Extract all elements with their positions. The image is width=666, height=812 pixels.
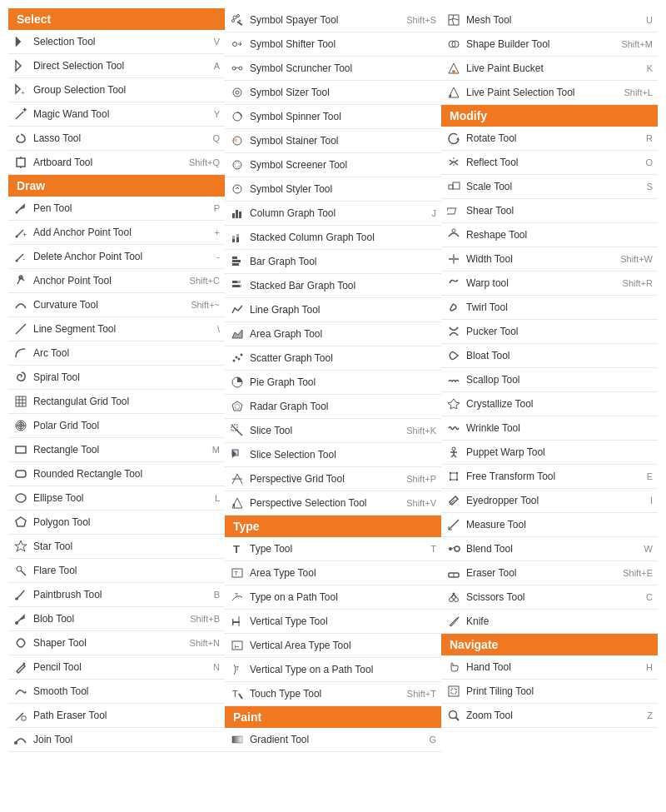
tool-item[interactable]: Gradient ToolG [225,728,441,752]
tool-name-label: Smooth Tool [33,685,220,697]
tool-item[interactable]: Symbol Shifter Tool [225,32,441,57]
tool-item[interactable]: Mesh ToolU [441,8,658,32]
tool-item[interactable]: Ellipse ToolL [8,486,225,511]
tool-item[interactable]: Blob ToolShift+B [8,607,225,631]
tool-item[interactable]: Scatter Graph Tool [225,346,441,371]
tool-item[interactable]: Hand ToolH [441,655,658,680]
tool-item[interactable]: Flare Tool [8,559,225,583]
tool-item[interactable]: Symbol Styler Tool [225,177,441,202]
tool-item[interactable]: Arc Tool [8,341,225,366]
tool-item[interactable]: Blend ToolW [441,537,658,561]
tool-item[interactable]: Wrinkle Tool [441,416,658,441]
tool-item[interactable]: TVertical Area Type Tool [225,634,441,658]
tool-item[interactable]: Column Graph ToolJ [225,202,441,226]
tool-item[interactable]: Twirl Tool [441,296,658,320]
tool-name-label: Symbol Styler Tool [250,183,436,195]
tool-item[interactable]: Crystallize Tool [441,392,658,416]
tool-item[interactable]: Knife [441,610,658,634]
tool-item[interactable]: Rectangle ToolM [8,438,225,462]
tool-item[interactable]: TArea Type Tool [225,561,441,585]
tool-item[interactable]: Area Graph Tool [225,322,441,346]
tool-item[interactable]: Bloat Tool [441,344,658,368]
tool-item[interactable]: -Delete Anchor Point Tool- [8,245,225,269]
tool-item[interactable]: Line Segment Tool\ [8,317,225,341]
tool-item[interactable]: Scale ToolS [441,175,658,199]
svg-rect-53 [239,212,241,218]
tool-item[interactable]: Slice Selection Tool [225,443,441,467]
tool-item[interactable]: Pencil ToolN [8,655,225,680]
tool-item[interactable]: Reflect ToolO [441,151,658,175]
tool-item[interactable]: Warp toolShift+R [441,271,658,296]
tool-item[interactable]: Perspective Selection ToolShift+V [225,491,441,516]
tool-item[interactable]: Lasso ToolQ [8,127,225,151]
tool-item[interactable]: Shaper ToolShift+N [8,631,225,655]
tool-item[interactable]: Width ToolShift+W [441,247,658,271]
tool-item[interactable]: Symbol Spinner Tool [225,105,441,129]
tool-item[interactable]: Measure Tool [441,513,658,537]
tool-item[interactable]: Shear Tool [441,199,658,223]
tool-item[interactable]: TType ToolT [225,537,441,561]
tool-item[interactable]: ✦Magic Wand ToolY [8,102,225,127]
tool-item[interactable]: Live Paint BucketK [441,57,658,81]
tool-item[interactable]: Artboard ToolShift+Q [8,151,225,175]
tool-item[interactable]: Eraser ToolShift+E [441,561,658,585]
tool-item[interactable]: Path Eraser Tool [8,704,225,728]
tool-item[interactable]: Rotate ToolR [441,127,658,151]
svg-point-6 [16,212,18,214]
tool-item[interactable]: TVertical Type on a Path Tool [225,658,441,682]
tool-item[interactable]: Join Tool [8,728,225,752]
tool-item[interactable]: Polygon Tool [8,511,225,535]
tool-item[interactable]: Selection ToolV [8,30,225,54]
tool-item[interactable]: Symbol Scruncher Tool [225,57,441,81]
tool-item[interactable]: Reshape Tool [441,223,658,247]
svg-rect-52 [236,210,238,218]
tool-item[interactable]: +Add Anchor Point Tool+ [8,221,225,245]
scale-icon [445,177,463,196]
tool-item[interactable]: Symbol Stainer Tool [225,129,441,153]
tool-name-label: Artboard Tool [33,157,186,168]
tool-item[interactable]: TTouch Type ToolShift+T [225,682,441,706]
tool-item[interactable]: TVertical Type Tool [225,610,441,634]
tool-item[interactable]: Scallop Tool [441,368,658,392]
tool-item[interactable]: Pie Graph Tool [225,371,441,395]
tool-item[interactable]: Bar Graph Tool [225,250,441,274]
tool-item[interactable]: Direct Selection ToolA [8,54,225,78]
tool-item[interactable]: Stacked Column Graph Tool [225,226,441,250]
tool-item[interactable]: Live Paint Selection ToolShift+L [441,81,658,105]
tool-item[interactable]: Radar Graph Tool [225,395,441,419]
tool-item[interactable]: Puppet Warp Tool [441,441,658,465]
vert-type-path-icon: T [228,660,246,679]
tool-item[interactable]: Symbol Sizer Tool [225,81,441,105]
tool-item[interactable]: Rounded Rectangle Tool [8,462,225,486]
tool-name-label: Reshape Tool [466,229,653,241]
tool-item[interactable]: Pen ToolP [8,197,225,221]
tool-item[interactable]: Stacked Bar Graph Tool [225,274,441,298]
tool-item[interactable]: Smooth Tool [8,680,225,704]
tool-item[interactable]: Free Transform ToolE [441,465,658,489]
tool-item[interactable]: Rectangulat Grid Tool [8,390,225,414]
svg-line-39 [237,22,242,25]
tool-item[interactable]: Eyedropper ToolI [441,489,658,513]
tool-shortcut-label: I [650,496,653,506]
tool-item[interactable]: Zoom ToolZ [441,704,658,728]
tool-item[interactable]: Anchor Point ToolShift+C [8,269,225,293]
tool-item[interactable]: Pucker Tool [441,320,658,344]
tool-item[interactable]: Scissors ToolC [441,585,658,610]
tool-item[interactable]: Spiral Tool [8,366,225,390]
tool-shortcut-label: H [646,662,653,672]
tool-item[interactable]: Star Tool [8,535,225,559]
tool-item[interactable]: Curvature ToolShift+~ [8,293,225,317]
tool-item[interactable]: Symbol Screener Tool [225,153,441,177]
tool-item[interactable]: Line Graph Tool [225,298,441,322]
hand-icon [445,658,463,676]
tool-item[interactable]: Perspective Grid ToolShift+P [225,467,441,491]
tool-item[interactable]: Symbol Spayer ToolShift+S [225,8,441,32]
live-paint-select-icon [445,83,463,102]
tool-item[interactable]: Paintbrush ToolB [8,583,225,607]
tool-item[interactable]: Print Tiling Tool [441,680,658,704]
tool-item[interactable]: Polar Grid Tool [8,414,225,438]
tool-item[interactable]: +Group Selection Tool [8,78,225,102]
tool-item[interactable]: Slice ToolShift+K [225,419,441,443]
tool-item[interactable]: TType on a Path Tool [225,585,441,610]
tool-item[interactable]: Shape Builder ToolShift+M [441,32,658,57]
